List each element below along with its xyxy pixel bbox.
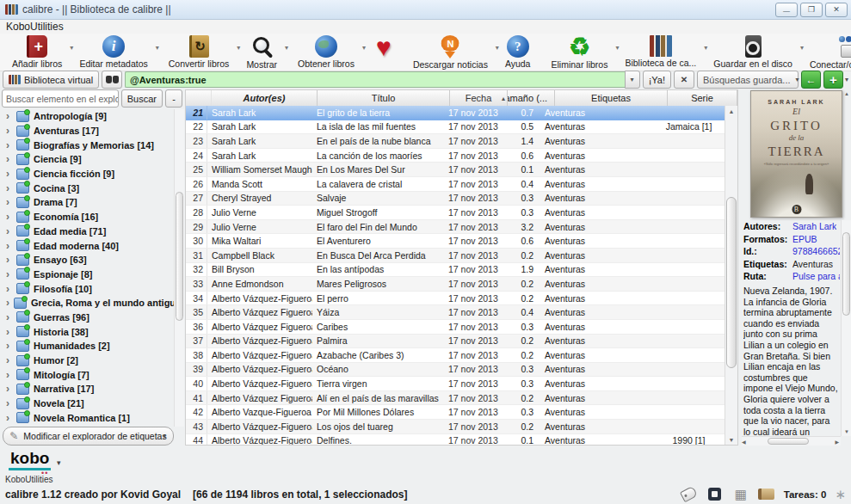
chevron-down-icon[interactable]: [845, 76, 848, 83]
table-row[interactable]: 41Alberto Vázquez FigueroaAlí en el país…: [186, 391, 725, 406]
book-details-toggle-button[interactable]: [758, 487, 775, 502]
jobs-spinner-icon[interactable]: [835, 488, 846, 501]
toolbar-button-convert-books[interactable]: Convertir libros: [163, 34, 242, 69]
chevron-right-icon[interactable]: [6, 284, 12, 294]
toolbar-button-view[interactable]: Mostrar: [241, 34, 289, 70]
search-highlight-button[interactable]: [102, 71, 122, 89]
sidebar-item[interactable]: Espionaje [8]: [0, 267, 175, 282]
scrollbar-thumb[interactable]: [768, 438, 809, 445]
sidebar-item[interactable]: Humanidades [2]: [0, 339, 175, 353]
chevron-right-icon[interactable]: [6, 154, 12, 164]
chevron-right-icon[interactable]: [6, 111, 12, 121]
scroll-left-icon[interactable]: [742, 439, 746, 445]
chevron-down-icon[interactable]: [496, 44, 499, 52]
jobs-status[interactable]: Tareas: 0: [784, 489, 827, 500]
scroll-down-icon[interactable]: [844, 429, 849, 434]
search-go-button[interactable]: ¡Ya!: [643, 71, 671, 89]
scroll-up-icon[interactable]: [844, 91, 849, 96]
chevron-right-icon[interactable]: [6, 413, 12, 423]
table-row[interactable]: 27Cheryl StrayedSalvaje17 nov 20130.3Ave…: [186, 192, 725, 206]
tag-view-button[interactable]: [681, 487, 698, 502]
scrollbar-thumb[interactable]: [842, 232, 850, 316]
table-row[interactable]: 44Alberto Vázquez-FigueroaDelfines.17 no…: [186, 434, 725, 445]
chevron-down-icon[interactable]: [362, 44, 366, 52]
save-search-button[interactable]: [823, 71, 843, 89]
sidebar-item[interactable]: Novela [21]: [0, 396, 175, 411]
chevron-down-icon[interactable]: [800, 44, 804, 52]
menu-koboutilities[interactable]: KoboUtilities: [6, 21, 64, 33]
toolbar-button-help[interactable]: Ayuda: [500, 34, 543, 69]
table-row[interactable]: 43Alberto Vázquez-FigueroaLos ojos del t…: [186, 420, 725, 434]
chevron-down-icon[interactable]: [57, 458, 61, 467]
tag-browser-scrollbar[interactable]: [174, 109, 184, 427]
header-authors[interactable]: Autor(es): [212, 90, 318, 106]
chevron-down-icon[interactable]: [615, 44, 619, 52]
scroll-up-icon[interactable]: [725, 106, 737, 116]
chevron-right-icon[interactable]: [6, 126, 12, 136]
sidebar-item[interactable]: Ciencia [9]: [0, 152, 175, 167]
search-input[interactable]: @Aventuras:true: [125, 71, 625, 88]
sidebar-item[interactable]: Antropología [9]: [0, 109, 175, 124]
toolbar-button-library[interactable]: Biblioteca de ca...: [620, 34, 708, 68]
sidebar-item[interactable]: Ensayo [63]: [0, 253, 175, 267]
toolbar-button-get-books[interactable]: Obtener libros: [293, 34, 367, 69]
scrollbar-thumb[interactable]: [726, 197, 737, 368]
table-row[interactable]: 26Manda ScottLa calavera de cristal17 no…: [186, 177, 725, 192]
chevron-right-icon[interactable]: [6, 226, 12, 237]
toolbar-button-add-books[interactable]: Añadir libros: [7, 34, 74, 69]
sidebar-item[interactable]: Aventuras [17]: [0, 124, 175, 138]
field-value[interactable]: Pulse para abri: [792, 271, 840, 281]
search-dropdown-button[interactable]: [625, 71, 640, 89]
chevron-right-icon[interactable]: [6, 169, 12, 179]
chevron-right-icon[interactable]: [6, 241, 12, 251]
table-row[interactable]: 25William Somerset MaughamEn Los Mares D…: [186, 163, 725, 177]
saved-searches-combo[interactable]: Búsquedas guarda...: [697, 71, 799, 89]
table-scrollbar[interactable]: [725, 106, 737, 445]
toolbar-button-donate[interactable]: [367, 34, 408, 59]
chevron-down-icon[interactable]: [285, 44, 288, 52]
table-row[interactable]: 23Sarah LarkEn el país de la nube blanca…: [186, 134, 725, 149]
details-hscrollbar[interactable]: [742, 436, 841, 446]
chevron-right-icon[interactable]: [6, 312, 12, 323]
table-row[interactable]: 42Alberto Vazque-FigueroaPor Mil Millone…: [186, 405, 725, 420]
toolbar-button-save-to-disk[interactable]: Guardar en el disco: [708, 34, 805, 69]
sidebar-item[interactable]: Edad media [71]: [0, 224, 175, 239]
table-row[interactable]: 28Julio VerneMiguel Strogoff17 nov 20130…: [186, 206, 725, 220]
table-row[interactable]: 33Anne EdmondsonMares Peligrosos17 nov 2…: [186, 277, 725, 292]
table-row[interactable]: 29Julio VerneEl faro del Fin del Mundo17…: [186, 220, 725, 235]
scrollbar-thumb[interactable]: [176, 192, 183, 321]
chevron-right-icon[interactable]: [6, 384, 12, 394]
tag-browser-find-button[interactable]: Buscar: [121, 89, 163, 108]
close-button[interactable]: [825, 3, 848, 17]
chevron-right-icon[interactable]: [6, 298, 9, 308]
chevron-right-icon[interactable]: [6, 212, 12, 222]
sidebar-item[interactable]: Guerras [96]: [0, 310, 175, 325]
table-row[interactable]: 39Alberto Vázquez-FigueroaOcéano17 nov 2…: [186, 363, 725, 378]
tag-browser-collapse-button[interactable]: -: [165, 89, 182, 108]
table-row[interactable]: 31Campbell BlackEn Busca Del Arca Perdid…: [186, 249, 725, 263]
table-row[interactable]: 37Alberto Vázquez-FigueroaPalmira17 nov …: [186, 335, 725, 349]
virtual-library-button[interactable]: Biblioteca virtual: [3, 71, 99, 89]
configure-tag-browser-button[interactable]: Modificar el explorador de etiquetas: [3, 427, 174, 446]
minimize-button[interactable]: [775, 3, 798, 17]
sidebar-item[interactable]: Narrativa [17]: [0, 382, 175, 396]
maximize-button[interactable]: [800, 3, 823, 17]
table-row[interactable]: 35Alberto Vázquez FigueroaYáiza17 nov 20…: [186, 305, 725, 320]
header-title[interactable]: Título: [318, 90, 450, 106]
sidebar-item[interactable]: Novela Romantica [1]: [0, 410, 175, 425]
sidebar-item[interactable]: Filosofía [10]: [0, 281, 175, 296]
table-row[interactable]: 30Mika WaltariEl Aventurero17 nov 20130.…: [186, 234, 725, 249]
header-series[interactable]: Serie: [668, 90, 737, 106]
chevron-right-icon[interactable]: [6, 327, 12, 337]
copy-search-button[interactable]: [801, 71, 821, 89]
toolbar-button-connect-share[interactable]: Conectar/compartir: [805, 34, 851, 70]
chevron-right-icon[interactable]: [6, 140, 12, 151]
table-row[interactable]: 22Sarah LarkLa isla de las mil fuentes17…: [186, 120, 725, 135]
grid-view-button[interactable]: [732, 487, 749, 502]
scroll-right-icon[interactable]: [835, 439, 839, 445]
chevron-right-icon[interactable]: [6, 255, 12, 265]
sidebar-item[interactable]: Drama [7]: [0, 195, 175, 210]
chevron-down-icon[interactable]: [237, 44, 240, 52]
details-scrollbar[interactable]: [841, 220, 851, 436]
chevron-right-icon[interactable]: [6, 269, 12, 280]
